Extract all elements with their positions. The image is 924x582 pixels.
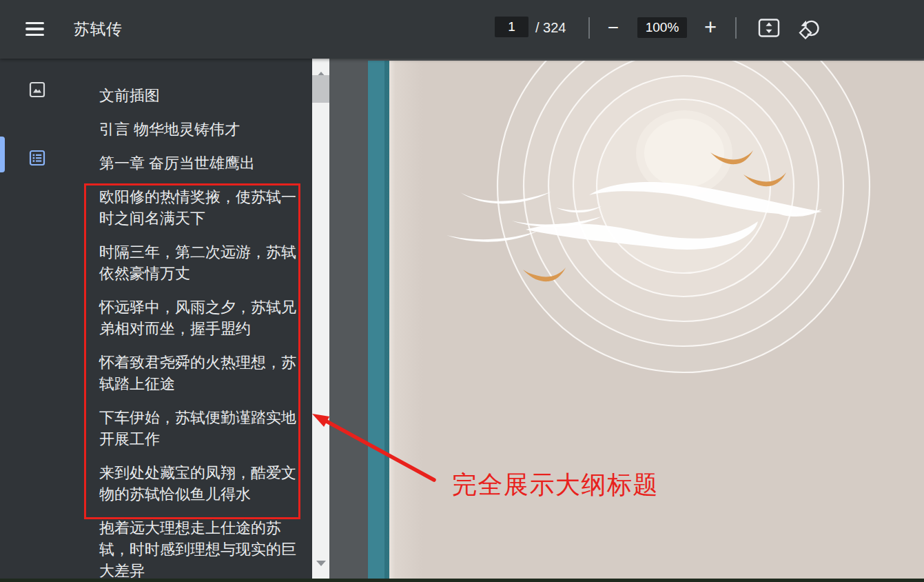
- outline-list: 文前插图 引言 物华地灵铸伟才 第一章 奋厉当世雄鹰出 欧阳修的热情奖掖，使苏轼…: [99, 85, 300, 579]
- fit-page-icon: [757, 18, 781, 39]
- scrollbar-up-button[interactable]: [312, 59, 329, 74]
- outline-item[interactable]: 引言 物华地灵铸伟才: [99, 119, 300, 140]
- zoom-level-input[interactable]: 100%: [637, 17, 687, 38]
- outline-selected-indicator: [0, 137, 5, 172]
- outline-tab-button[interactable]: [25, 146, 50, 170]
- outline-item[interactable]: 怀远驿中，风雨之夕，苏轼兄弟相对而坐，握手盟约: [99, 297, 300, 339]
- outline-item[interactable]: 来到处处藏宝的凤翔，酷爱文物的苏轼恰似鱼儿得水: [99, 462, 300, 505]
- annotation-label: 完全展示大纲标题: [452, 468, 659, 502]
- scroll-down-icon: [316, 561, 326, 576]
- toolbar-separator: [735, 17, 737, 39]
- menu-button[interactable]: [19, 13, 50, 45]
- document-title: 苏轼传: [74, 19, 123, 40]
- hamburger-icon: [25, 22, 44, 37]
- thumbnails-icon: [29, 81, 45, 98]
- rotate-icon: [798, 17, 821, 39]
- toolbar-separator: [588, 17, 590, 39]
- sidebar-scrollbar[interactable]: [312, 59, 329, 579]
- outline-item[interactable]: 怀着致君尧舜的火热理想，苏轼踏上征途: [99, 352, 300, 394]
- scrollbar-thumb[interactable]: [312, 75, 329, 103]
- outline-item[interactable]: 抱着远大理想走上仕途的苏轼，时时感到理想与现实的巨大差异: [99, 517, 300, 579]
- outline-item[interactable]: 文前插图: [99, 85, 300, 106]
- fit-to-page-button[interactable]: [754, 14, 784, 43]
- zoom-out-button[interactable]: −: [599, 15, 628, 40]
- outline-item[interactable]: 下车伊始，苏轼便勤谨踏实地开展工作: [99, 407, 300, 450]
- outline-item[interactable]: 时隔三年，第二次远游，苏轼依然豪情万丈: [99, 241, 300, 284]
- page-number-input[interactable]: [495, 17, 528, 37]
- window-bottom-edge: [0, 579, 924, 582]
- toolbar: 苏轼传 / 324 − 100% +: [0, 0, 924, 59]
- zoom-in-button[interactable]: +: [695, 12, 726, 43]
- outline-item[interactable]: 第一章 奋厉当世雄鹰出: [99, 152, 300, 174]
- outline-icon: [29, 150, 45, 166]
- page-count-label: / 324: [535, 20, 566, 36]
- thumbnails-tab-button[interactable]: [25, 77, 50, 102]
- moon: [644, 119, 724, 188]
- sidebar-panel: 文前插图 引言 物华地灵铸伟才 第一章 奋厉当世雄鹰出 欧阳修的热情奖掖，使苏轼…: [0, 59, 312, 579]
- scrollbar-down-button[interactable]: [312, 563, 329, 579]
- rotate-button[interactable]: [794, 14, 825, 43]
- outline-item[interactable]: 欧阳修的热情奖掖，使苏轼一时之间名满天下: [99, 186, 300, 229]
